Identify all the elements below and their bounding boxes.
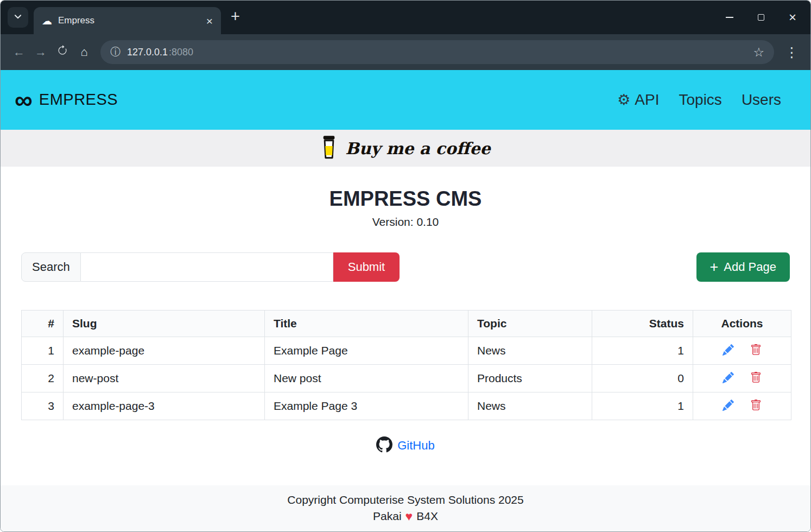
url-port: :8080 xyxy=(169,47,193,58)
maximize-button[interactable] xyxy=(745,4,777,30)
github-icon[interactable] xyxy=(376,436,392,455)
pakai-line: Pakai ♥ B4X xyxy=(1,510,810,523)
search-label: Search xyxy=(21,252,81,282)
pencil-icon xyxy=(723,372,734,385)
nav-link-api[interactable]: ⚙ API xyxy=(617,91,659,109)
site-navbar: ∞ EMPRESS ⚙ API Topics Users xyxy=(1,70,810,130)
buy-me-a-coffee-link[interactable]: Buy me a coffee xyxy=(320,135,490,162)
coffee-banner-label: Buy me a coffee xyxy=(345,139,490,158)
b4x-label: B4X xyxy=(416,510,438,523)
cell-num: 1 xyxy=(22,337,64,365)
back-icon: ← xyxy=(13,45,25,59)
col-header-title: Title xyxy=(265,311,468,337)
minimize-button[interactable] xyxy=(714,4,745,30)
delete-page-button[interactable] xyxy=(750,400,762,413)
coffee-cup-icon xyxy=(320,135,338,162)
cell-title: Example Page xyxy=(265,337,468,365)
reload-icon xyxy=(57,45,68,59)
add-page-button[interactable]: + Add Page xyxy=(696,252,790,282)
cell-topic: Products xyxy=(468,365,592,392)
cell-title: New post xyxy=(265,365,468,392)
col-header-actions: Actions xyxy=(693,311,791,337)
browser-toolbar: ← → ⌂ ⓘ 127.0.0.1:8080 ☆ ⋮ xyxy=(1,34,810,70)
trash-icon xyxy=(750,400,762,413)
edit-page-button[interactable] xyxy=(723,344,734,357)
version-label: Version: 0.10 xyxy=(21,216,790,229)
search-group: Search Submit xyxy=(21,252,400,282)
submit-button[interactable]: Submit xyxy=(333,252,400,282)
cell-status: 0 xyxy=(592,365,693,392)
cell-slug: new-post xyxy=(64,365,265,392)
forward-button[interactable]: → xyxy=(30,41,52,63)
edit-page-button[interactable] xyxy=(723,372,734,385)
gear-icon: ⚙ xyxy=(617,91,630,109)
cell-slug: example-page-3 xyxy=(64,392,265,420)
cell-status: 1 xyxy=(592,337,693,365)
cell-num: 2 xyxy=(22,365,64,392)
close-icon: × xyxy=(789,11,796,24)
browser-tab[interactable]: ☁ Empress × xyxy=(34,7,221,34)
chevron-down-icon xyxy=(13,12,23,23)
tab-close-icon[interactable]: × xyxy=(206,15,213,27)
trash-icon xyxy=(750,372,762,385)
github-row: GitHub xyxy=(21,436,790,455)
pencil-icon xyxy=(723,344,734,357)
copyright-text: Copyright Computerise System Solutions 2… xyxy=(1,493,810,506)
forward-icon: → xyxy=(35,45,47,59)
window-controls: × xyxy=(714,1,808,34)
edit-page-button[interactable] xyxy=(723,400,734,413)
col-header-topic: Topic xyxy=(468,311,592,337)
page-footer: Copyright Computerise System Solutions 2… xyxy=(1,485,810,531)
cell-status: 1 xyxy=(592,392,693,420)
bookmark-star-icon[interactable]: ☆ xyxy=(753,45,764,60)
new-tab-button[interactable]: + xyxy=(231,9,240,24)
table-row: 1 example-page Example Page News 1 xyxy=(22,337,791,365)
table-header-row: # Slug Title Topic Status Actions xyxy=(22,311,791,337)
cell-actions xyxy=(693,337,791,365)
trash-icon xyxy=(750,344,762,357)
maximize-icon xyxy=(758,14,764,21)
infinity-logo-icon: ∞ xyxy=(15,90,33,110)
browser-menu-button[interactable]: ⋮ xyxy=(781,45,803,60)
delete-page-button[interactable] xyxy=(750,344,762,357)
browser-window: ☁ Empress × + × ← → ⌂ ⓘ 127.0.0.1:8080 ☆… xyxy=(0,0,811,532)
main-content: EMPRESS CMS Version: 0.10 Search Submit … xyxy=(1,167,810,485)
address-bar[interactable]: ⓘ 127.0.0.1:8080 ☆ xyxy=(100,40,774,64)
close-window-button[interactable]: × xyxy=(777,4,808,30)
minimize-icon xyxy=(726,17,733,18)
col-header-num: # xyxy=(22,311,64,337)
back-button[interactable]: ← xyxy=(8,41,30,63)
pages-table-wrap: # Slug Title Topic Status Actions 1 exam… xyxy=(21,310,790,420)
tab-title: Empress xyxy=(58,15,200,26)
cloud-icon: ☁ xyxy=(42,15,52,27)
col-header-slug: Slug xyxy=(64,311,265,337)
cell-title: Example Page 3 xyxy=(265,392,468,420)
heart-icon: ♥ xyxy=(406,510,413,523)
delete-page-button[interactable] xyxy=(750,372,762,385)
brand-link[interactable]: ∞ EMPRESS xyxy=(15,90,118,110)
search-input[interactable] xyxy=(81,252,333,282)
nav-link-label: Topics xyxy=(679,91,722,109)
reload-button[interactable] xyxy=(52,41,73,63)
nav-links: ⚙ API Topics Users xyxy=(617,91,796,109)
nav-link-topics[interactable]: Topics xyxy=(679,91,722,109)
coffee-banner: Buy me a coffee xyxy=(1,130,810,167)
pencil-icon xyxy=(723,400,734,413)
github-link[interactable]: GitHub xyxy=(397,439,434,453)
browser-tab-strip: ☁ Empress × + × xyxy=(1,1,810,34)
tab-search-button[interactable] xyxy=(8,7,28,28)
cell-slug: example-page xyxy=(64,337,265,365)
url-host: 127.0.0.1 xyxy=(127,47,168,58)
cell-topic: News xyxy=(468,337,592,365)
nav-link-users[interactable]: Users xyxy=(742,91,781,109)
nav-link-label: Users xyxy=(742,91,781,109)
cell-actions xyxy=(693,365,791,392)
plus-icon: + xyxy=(710,260,719,275)
table-row: 3 example-page-3 Example Page 3 News 1 xyxy=(22,392,791,420)
pages-table: # Slug Title Topic Status Actions 1 exam… xyxy=(21,310,791,420)
col-header-status: Status xyxy=(592,311,693,337)
home-button[interactable]: ⌂ xyxy=(73,41,95,63)
table-row: 2 new-post New post Products 0 xyxy=(22,365,791,392)
site-info-icon[interactable]: ⓘ xyxy=(110,45,121,59)
cell-topic: News xyxy=(468,392,592,420)
